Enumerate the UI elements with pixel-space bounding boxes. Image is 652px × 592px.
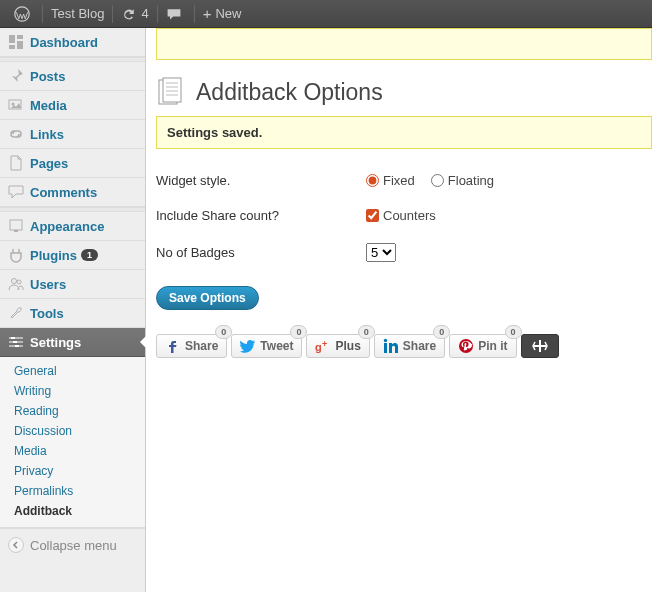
wp-logo[interactable] [6, 0, 42, 27]
settings-saved-notice: Settings saved. [156, 116, 652, 149]
svg-rect-4 [14, 230, 18, 232]
plugin-icon [8, 247, 24, 263]
radio-floating[interactable] [431, 174, 444, 187]
svg-rect-21 [384, 343, 387, 353]
badge-count: 0 [433, 325, 450, 339]
updates-count: 4 [141, 6, 148, 21]
site-name-label: Test Blog [51, 6, 104, 21]
svg-rect-10 [9, 338, 23, 339]
sidebar-item-appearance[interactable]: Appearance [0, 212, 145, 241]
site-name[interactable]: Test Blog [43, 0, 112, 27]
badge-count: 0 [358, 325, 375, 339]
comment-icon [166, 6, 182, 22]
page-header: Additback Options [146, 68, 652, 116]
facebook-icon [165, 338, 181, 354]
dashboard-icon [8, 34, 24, 50]
tools-icon [8, 305, 24, 321]
updates[interactable]: 4 [113, 0, 156, 27]
badge-more[interactable] [521, 334, 559, 358]
svg-rect-14 [163, 78, 181, 102]
svg-point-22 [384, 339, 387, 342]
badge-googleplus[interactable]: g+ Plus 0 [306, 334, 369, 358]
comments-bubble[interactable] [158, 0, 194, 27]
sidebar-item-users[interactable]: Users [0, 270, 145, 299]
admin-sidebar: Dashboard Posts Media Links Pages Comm [0, 28, 146, 592]
googleplus-icon: g+ [315, 338, 331, 354]
badge-pinterest[interactable]: Pin it 0 [449, 334, 516, 358]
sidebar-item-plugins[interactable]: Plugins 1 [0, 241, 145, 270]
badges-count-label: No of Badges [156, 245, 366, 260]
include-count-label: Include Share count? [156, 208, 366, 223]
widget-style-fixed[interactable]: Fixed [366, 173, 415, 188]
page-title: Additback Options [196, 79, 383, 106]
submenu-writing[interactable]: Writing [0, 381, 145, 401]
svg-text:g: g [315, 341, 322, 353]
badge-linkedin[interactable]: Share 0 [374, 334, 445, 358]
pinterest-icon [458, 338, 474, 354]
content-area: Additback Options Settings saved. Widget… [146, 28, 652, 592]
collapse-menu[interactable]: Collapse menu [0, 528, 145, 561]
sidebar-item-comments[interactable]: Comments [0, 178, 145, 207]
admin-bar: Test Blog 4 + New [0, 0, 652, 28]
svg-rect-3 [10, 220, 22, 230]
plus-icon: + [203, 5, 212, 22]
sidebar-item-settings[interactable]: Settings [0, 328, 145, 357]
counters-checkbox[interactable] [366, 209, 379, 222]
svg-rect-12 [9, 346, 23, 347]
submenu-permalinks[interactable]: Permalinks [0, 481, 145, 501]
widget-style-label: Widget style. [156, 173, 366, 188]
svg-point-6 [17, 280, 21, 284]
page-icon [8, 155, 24, 171]
collapse-icon [8, 537, 24, 553]
sidebar-item-posts[interactable]: Posts [0, 62, 145, 91]
sidebar-item-pages[interactable]: Pages [0, 149, 145, 178]
submenu-general[interactable]: General [0, 361, 145, 381]
users-icon [8, 276, 24, 292]
svg-rect-11 [9, 342, 23, 343]
wordpress-icon [14, 6, 30, 22]
svg-text:+: + [322, 339, 327, 349]
badge-twitter[interactable]: Tweet 0 [231, 334, 302, 358]
sidebar-item-links[interactable]: Links [0, 120, 145, 149]
pin-icon [8, 68, 24, 84]
new-label: New [215, 6, 241, 21]
comments-icon [8, 184, 24, 200]
submenu-privacy[interactable]: Privacy [0, 461, 145, 481]
save-options-button[interactable]: Save Options [156, 286, 259, 310]
svg-point-5 [12, 279, 17, 284]
counters-checkbox-wrap[interactable]: Counters [366, 208, 436, 223]
settings-submenu: General Writing Reading Discussion Media… [0, 357, 145, 528]
more-icon [532, 338, 548, 354]
appearance-icon [8, 218, 24, 234]
badge-count: 0 [215, 325, 232, 339]
options-icon [156, 76, 188, 108]
submenu-media[interactable]: Media [0, 441, 145, 461]
radio-fixed[interactable] [366, 174, 379, 187]
media-icon [8, 97, 24, 113]
submenu-reading[interactable]: Reading [0, 401, 145, 421]
settings-icon [8, 334, 24, 350]
twitter-icon [240, 338, 256, 354]
badge-count: 0 [505, 325, 522, 339]
widget-style-floating[interactable]: Floating [431, 173, 494, 188]
linkedin-icon [383, 338, 399, 354]
badge-facebook[interactable]: Share 0 [156, 334, 227, 358]
settings-form: Widget style. Fixed Floating Include Sha… [156, 163, 642, 272]
share-badges-row: Share 0 Tweet 0 g+ Plus 0 Share 0 Pin it [156, 334, 642, 358]
submenu-discussion[interactable]: Discussion [0, 421, 145, 441]
plugin-update-badge: 1 [81, 249, 98, 261]
sidebar-item-tools[interactable]: Tools [0, 299, 145, 328]
link-icon [8, 126, 24, 142]
top-notice-strip [156, 28, 652, 60]
badge-count: 0 [290, 325, 307, 339]
refresh-icon [121, 6, 137, 22]
sidebar-item-dashboard[interactable]: Dashboard [0, 28, 145, 57]
submenu-additback[interactable]: Additback [0, 501, 145, 521]
badges-select[interactable]: 5 [366, 243, 396, 262]
sidebar-item-media[interactable]: Media [0, 91, 145, 120]
new-content[interactable]: + New [195, 0, 250, 27]
